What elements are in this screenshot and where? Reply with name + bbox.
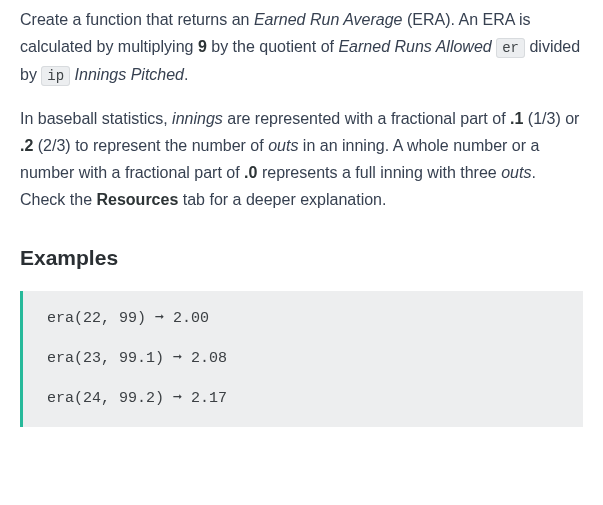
code-row: era(23, 99.1) ➞ 2.08 bbox=[47, 347, 565, 371]
examples-heading: Examples bbox=[20, 240, 583, 276]
value-point-two: .2 bbox=[20, 137, 33, 154]
term-innings: innings bbox=[172, 110, 223, 127]
text: by the quotient of bbox=[207, 38, 339, 55]
text: (2/3) to represent the number of bbox=[33, 137, 268, 154]
resources-label: Resources bbox=[96, 191, 178, 208]
code-er: er bbox=[496, 38, 525, 58]
arrow-icon: ➞ bbox=[173, 390, 182, 407]
paragraph-details: In baseball statistics, innings are repr… bbox=[20, 105, 583, 214]
arrow-icon: ➞ bbox=[173, 350, 182, 367]
term-outs: outs bbox=[268, 137, 298, 154]
text: are represented with a fractional part o… bbox=[223, 110, 510, 127]
text: (1/3) or bbox=[523, 110, 579, 127]
value-point-one: .1 bbox=[510, 110, 523, 127]
paragraph-intro: Create a function that returns an Earned… bbox=[20, 6, 583, 89]
term-earned-runs-allowed: Earned Runs Allowed bbox=[338, 38, 491, 55]
text: In baseball statistics, bbox=[20, 110, 172, 127]
arrow-icon: ➞ bbox=[155, 310, 164, 327]
term-outs-2: outs bbox=[501, 164, 531, 181]
content-area: Create a function that returns an Earned… bbox=[0, 0, 603, 447]
text: represents a full inning with three bbox=[257, 164, 501, 181]
value-point-zero: .0 bbox=[244, 164, 257, 181]
term-innings-pitched: Innings Pitched bbox=[75, 66, 184, 83]
text: tab for a deeper explanation. bbox=[178, 191, 386, 208]
code-row: era(24, 99.2) ➞ 2.17 bbox=[47, 387, 565, 411]
code-call: era(22, 99) bbox=[47, 310, 146, 327]
code-row: era(22, 99) ➞ 2.00 bbox=[47, 307, 565, 331]
code-result: 2.00 bbox=[173, 310, 209, 327]
number-nine: 9 bbox=[198, 38, 207, 55]
code-result: 2.17 bbox=[191, 390, 227, 407]
term-era: Earned Run Average bbox=[254, 11, 403, 28]
code-ip: ip bbox=[41, 66, 70, 86]
code-block: era(22, 99) ➞ 2.00era(23, 99.1) ➞ 2.08er… bbox=[20, 291, 583, 427]
code-call: era(23, 99.1) bbox=[47, 350, 164, 367]
text: . bbox=[184, 66, 188, 83]
text: Create a function that returns an bbox=[20, 11, 254, 28]
code-call: era(24, 99.2) bbox=[47, 390, 164, 407]
code-result: 2.08 bbox=[191, 350, 227, 367]
